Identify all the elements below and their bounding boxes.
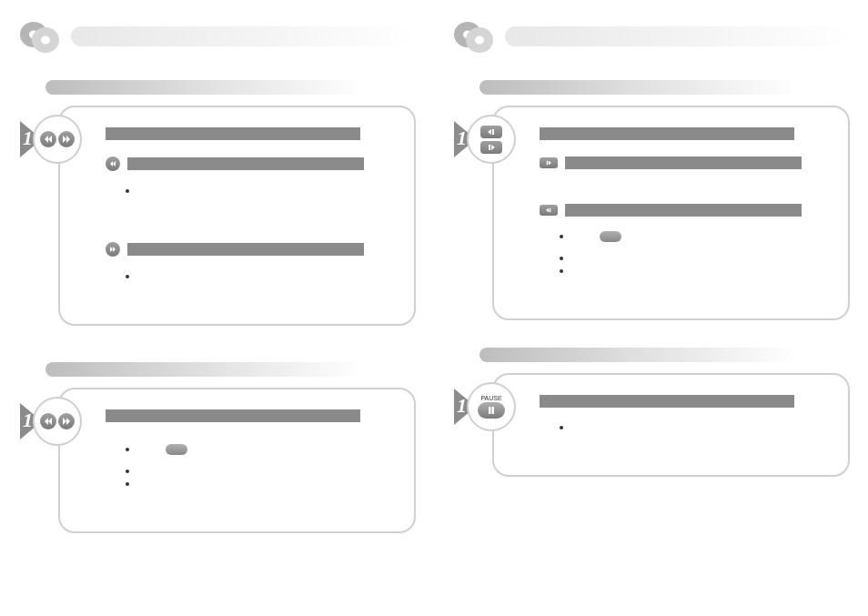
instruction-panel: 1 PAUSE: [492, 373, 850, 477]
bullet-point: [560, 235, 563, 238]
step-number: 1: [23, 126, 33, 150]
svg-rect-12: [489, 407, 491, 414]
skip-forward-icon: [58, 131, 75, 147]
step-number: 1: [23, 409, 33, 432]
svg-rect-9: [489, 145, 490, 150]
bullet-list: [560, 417, 828, 439]
panel-content: [540, 127, 828, 295]
header-title-bar: [71, 26, 416, 46]
step-back-frame-icon: [480, 126, 502, 138]
bullet-list: [126, 439, 394, 495]
bullet-point: [560, 257, 563, 260]
bullet-point: [126, 470, 129, 473]
step-buttons-circle: [467, 115, 516, 164]
step-badge: 1: [20, 397, 82, 446]
step-badge: 1 PAUSE: [454, 382, 516, 431]
step-number: 1: [457, 126, 467, 150]
left-header: [18, 18, 416, 55]
skip-back-icon: [40, 131, 56, 147]
header-title-bar: [505, 26, 850, 46]
svg-point-7: [475, 36, 484, 45]
right-column: 1: [452, 18, 850, 533]
action-row: [106, 242, 394, 257]
action-row: [106, 157, 394, 171]
panel-title: [106, 409, 360, 422]
inline-button-icon: [600, 231, 621, 242]
step-badge: 1: [454, 115, 516, 164]
svg-rect-10: [547, 161, 549, 166]
action-description-bar: [127, 243, 364, 256]
disc-icon: [452, 18, 498, 55]
step-back-small-icon: [540, 205, 558, 216]
panel-title: [540, 395, 794, 408]
section-heading-bar: [45, 362, 364, 377]
step-buttons-circle: PAUSE: [467, 382, 516, 431]
action-description-bar: [565, 157, 802, 169]
bullet-list: [560, 226, 828, 282]
skip-forward-small-icon: [106, 242, 120, 257]
disc-icon: [18, 18, 64, 55]
pause-label: PAUSE: [480, 395, 501, 401]
bullet-point: [126, 275, 129, 278]
panel-title: [106, 127, 360, 140]
action-description-bar: [565, 204, 802, 217]
section-heading-bar: [479, 80, 798, 95]
panel-content: [106, 127, 394, 300]
left-column: 1: [18, 18, 416, 533]
skip-back-icon: [40, 413, 56, 429]
section-heading-bar: [479, 348, 798, 362]
step-buttons-circle: [33, 397, 82, 446]
action-description-bar: [127, 157, 364, 170]
step-forward-small-icon: [540, 157, 558, 168]
svg-rect-11: [550, 208, 551, 213]
bullet-list: [126, 266, 394, 288]
svg-rect-13: [492, 407, 495, 414]
instruction-panel: 1: [58, 388, 416, 533]
bullet-point: [126, 189, 129, 193]
bullet-point: [560, 426, 563, 429]
svg-point-3: [41, 36, 50, 45]
bullet-list: [126, 180, 394, 202]
instruction-panel: 1: [492, 106, 850, 320]
skip-back-small-icon: [106, 157, 120, 171]
page-columns: 1: [18, 18, 850, 533]
action-row: [540, 204, 828, 217]
panel-content: [106, 409, 394, 508]
bullet-point: [560, 269, 563, 273]
inline-button-icon: [166, 444, 187, 455]
svg-rect-8: [492, 129, 494, 135]
instruction-panel: 1: [58, 106, 416, 326]
panel-content: [540, 395, 828, 451]
step-number: 1: [457, 394, 467, 418]
pause-button-icon: [478, 402, 505, 419]
bullet-point: [126, 448, 129, 451]
bullet-point: [126, 482, 129, 486]
step-badge: 1: [20, 115, 82, 164]
action-row: [540, 157, 828, 169]
skip-forward-icon: [58, 413, 75, 429]
panel-title: [540, 127, 794, 140]
step-buttons-circle: [33, 115, 82, 164]
section-heading-bar: [45, 80, 364, 95]
right-header: [452, 18, 850, 55]
step-forward-frame-icon: [480, 141, 502, 154]
